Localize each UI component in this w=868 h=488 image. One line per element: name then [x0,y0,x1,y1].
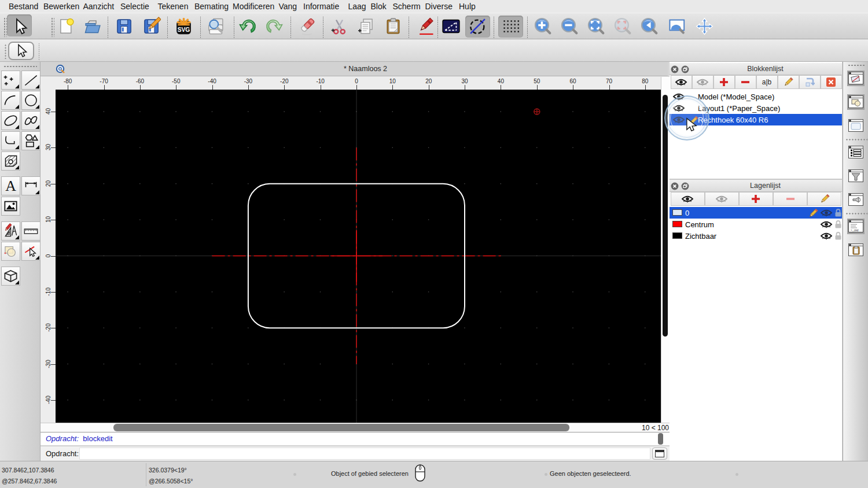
svg-text:A: A [5,178,16,194]
svg-text:SVG: SVG [177,27,190,33]
svg-text:>_cmd: >_cmd [851,229,859,232]
